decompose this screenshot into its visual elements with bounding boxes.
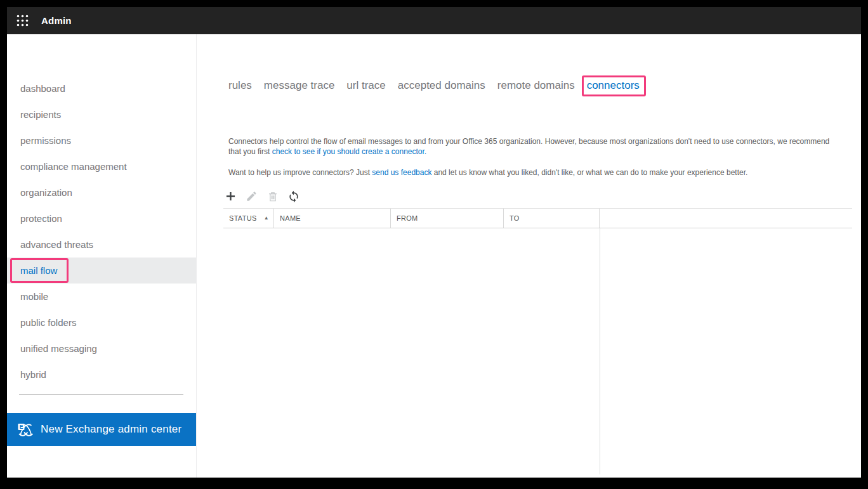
sidebar: dashboard recipients permissions complia…: [7, 34, 197, 478]
connectors-table: STATUS ▲ NAME FROM TO: [223, 208, 852, 474]
sidebar-item-mail-flow[interactable]: mail flow: [7, 258, 196, 284]
tab-accepted-domains[interactable]: accepted domains: [398, 79, 485, 92]
sidebar-item-public-folders[interactable]: public folders: [7, 310, 196, 336]
new-exchange-admin-center-banner[interactable]: E New Exchange admin center: [7, 413, 196, 446]
sort-ascending-icon: ▲: [264, 216, 269, 221]
check-connector-link[interactable]: check to see if you should create a conn…: [272, 147, 426, 156]
description-text-2: Want to help us improve connectors? Just: [228, 168, 372, 177]
column-header-to[interactable]: TO: [504, 209, 600, 228]
main-content: rules message trace url trace accepted d…: [197, 34, 861, 478]
description-paragraph-1: Connectors help control the flow of emai…: [228, 136, 844, 157]
tab-remote-domains[interactable]: remote domains: [497, 79, 575, 92]
plus-icon: [224, 190, 237, 203]
sidebar-item-mobile[interactable]: mobile: [7, 284, 196, 310]
delete-button[interactable]: [265, 188, 280, 204]
table-header-row: STATUS ▲ NAME FROM TO: [223, 208, 852, 228]
pencil-icon: [246, 190, 258, 202]
tab-url-trace[interactable]: url trace: [346, 79, 385, 92]
connectors-toolbar: [223, 188, 301, 204]
sidebar-item-dashboard[interactable]: dashboard: [7, 75, 196, 101]
description-paragraph-2: Want to help us improve connectors? Just…: [228, 167, 844, 178]
sidebar-item-organization[interactable]: organization: [7, 179, 196, 205]
app-launcher-waffle-icon[interactable]: [16, 14, 29, 27]
add-button[interactable]: [223, 188, 239, 204]
tab-connectors[interactable]: connectors: [587, 79, 640, 92]
list-detail-divider: [600, 228, 600, 474]
column-header-name[interactable]: NAME: [274, 209, 391, 228]
refresh-icon: [287, 190, 300, 203]
connectors-description: Connectors help control the flow of emai…: [228, 136, 844, 178]
app-bar: Admin: [7, 7, 861, 34]
appbar-title[interactable]: Admin: [41, 15, 72, 26]
screen: Admin Exchange admin center dashboard re…: [0, 0, 868, 489]
sidebar-item-advanced-threats[interactable]: advanced threats: [7, 231, 196, 258]
refresh-button[interactable]: [286, 188, 301, 204]
sidebar-divider: [19, 394, 183, 394]
sidebar-item-hybrid[interactable]: hybrid: [7, 362, 196, 388]
tab-bar: rules message trace url trace accepted d…: [228, 79, 640, 92]
sidebar-item-recipients[interactable]: recipients: [7, 101, 196, 127]
tab-message-trace[interactable]: message trace: [264, 79, 335, 92]
column-header-extra[interactable]: [600, 209, 852, 228]
column-header-status[interactable]: STATUS ▲: [223, 209, 274, 228]
exchange-admin-page: Exchange admin center dashboard recipien…: [7, 34, 861, 478]
column-header-status-label: STATUS: [229, 214, 257, 222]
sidebar-item-permissions[interactable]: permissions: [7, 127, 196, 153]
banner-label: New Exchange admin center: [41, 423, 181, 436]
tab-rules[interactable]: rules: [228, 79, 252, 92]
exchange-logo-icon: E: [16, 422, 34, 438]
trash-icon: [267, 191, 279, 202]
send-feedback-link[interactable]: send us feedback: [372, 168, 431, 177]
sidebar-nav: dashboard recipients permissions complia…: [7, 75, 196, 388]
sidebar-item-protection[interactable]: protection: [7, 205, 196, 231]
sidebar-item-unified-messaging[interactable]: unified messaging: [7, 336, 196, 362]
connector-list-empty: [223, 228, 852, 474]
edit-button[interactable]: [244, 188, 260, 204]
column-header-from[interactable]: FROM: [391, 209, 504, 228]
description-text-3: and let us know what you liked, didn't l…: [431, 168, 747, 177]
svg-text:E: E: [20, 424, 23, 430]
sidebar-item-compliance-management[interactable]: compliance management: [7, 153, 196, 179]
